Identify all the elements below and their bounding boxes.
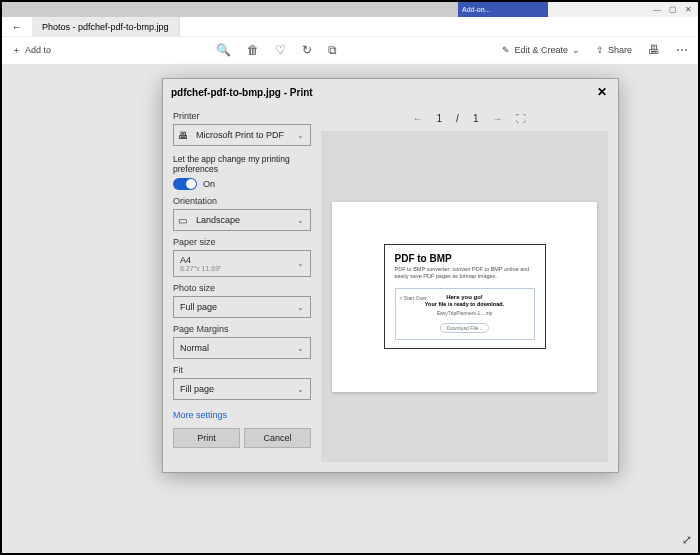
paper-size-value: A4 bbox=[180, 255, 191, 265]
favorite-icon[interactable]: ♡ bbox=[275, 43, 286, 57]
fit-value: Fill page bbox=[180, 384, 214, 394]
share-label: Share bbox=[608, 45, 632, 55]
document-content: PDF to BMP PDF to BMP converter: convert… bbox=[384, 244, 546, 349]
orientation-select[interactable]: ▭ Landscape ⌄ bbox=[173, 209, 311, 231]
os-titlebar: Add-on... — ▢ ✕ bbox=[2, 2, 698, 17]
fit-select[interactable]: Fill page ⌄ bbox=[173, 378, 311, 400]
paper-size-label: Paper size bbox=[173, 237, 311, 247]
preview-pagination: ← 1 / 1 → ⛶ bbox=[321, 105, 618, 131]
margins-value: Normal bbox=[180, 343, 209, 353]
paper-size-dimensions: 8.27"x 11.69" bbox=[180, 265, 222, 272]
edit-create-label: Edit & Create bbox=[514, 45, 568, 55]
chevron-down-icon: ⌄ bbox=[297, 344, 304, 353]
toggle-label: On bbox=[203, 179, 215, 189]
printer-value: Microsoft Print to PDF bbox=[196, 130, 284, 140]
titlebar-bg bbox=[2, 2, 458, 17]
chevron-down-icon: ⌄ bbox=[297, 259, 304, 268]
download-card: < Start Over Here you go! Your file is r… bbox=[395, 288, 535, 340]
wand-icon: ✎ bbox=[502, 45, 510, 55]
minimize-icon[interactable]: — bbox=[653, 5, 661, 14]
photo-size-select[interactable]: Full page ⌄ bbox=[173, 296, 311, 318]
margins-label: Page Margins bbox=[173, 324, 311, 334]
maximize-icon[interactable]: ▢ bbox=[669, 5, 677, 14]
more-icon[interactable]: ⋯ bbox=[676, 43, 688, 57]
preview-page: PDF to BMP PDF to BMP converter: convert… bbox=[332, 202, 597, 392]
chevron-down-icon: ⌄ bbox=[572, 45, 580, 55]
share-button[interactable]: ⇪ Share bbox=[596, 45, 632, 55]
start-over-link: < Start Over bbox=[400, 295, 427, 301]
page-sep: / bbox=[456, 113, 459, 124]
tab-bar: ← Photos - pdfchef-pdf-to-bmp.jpg bbox=[2, 17, 698, 37]
next-page-icon[interactable]: → bbox=[492, 113, 502, 124]
close-window-icon[interactable]: ✕ bbox=[685, 5, 692, 14]
preview-area: PDF to BMP PDF to BMP converter: convert… bbox=[321, 131, 608, 462]
download-pill: Download File ↓ bbox=[440, 323, 490, 333]
app-toolbar: ＋ Add to 🔍 🗑 ♡ ↻ ⧉ ✎ Edit & Create ⌄ ⇪ S… bbox=[2, 37, 698, 63]
tab-title: Photos - pdfchef-pdf-to-bmp.jpg bbox=[42, 22, 169, 32]
background-window-edge: Add-on... bbox=[458, 2, 548, 17]
window-title-tab[interactable]: Photos - pdfchef-pdf-to-bmp.jpg bbox=[32, 17, 180, 37]
print-options-panel: Printer 🖶 Microsoft Print to PDF ⌄ Let t… bbox=[163, 105, 321, 472]
current-page: 1 bbox=[437, 113, 443, 124]
card-filename: EasyTripPlanners-1....zip bbox=[401, 310, 529, 316]
print-button[interactable]: Print bbox=[173, 428, 240, 448]
printer-select[interactable]: 🖶 Microsoft Print to PDF ⌄ bbox=[173, 124, 311, 146]
add-to-label: Add to bbox=[25, 45, 51, 55]
print-preview-panel: ← 1 / 1 → ⛶ PDF to BMP PDF to BMP conver… bbox=[321, 105, 618, 472]
doc-subtitle: PDF to BMP converter: convert PDF to BMP… bbox=[395, 266, 535, 280]
resize-handle-icon[interactable]: ⤡ bbox=[680, 535, 694, 545]
landscape-icon: ▭ bbox=[178, 215, 187, 226]
addon-label: Add-on... bbox=[462, 6, 490, 13]
share-icon: ⇪ bbox=[596, 45, 604, 55]
printer-label: Printer bbox=[173, 111, 311, 121]
delete-icon[interactable]: 🗑 bbox=[247, 43, 259, 57]
print-icon[interactable]: 🖶 bbox=[648, 43, 660, 57]
total-pages: 1 bbox=[473, 113, 479, 124]
printing-preferences-text: Let the app change my printing preferenc… bbox=[173, 154, 311, 174]
more-settings-link[interactable]: More settings bbox=[173, 410, 311, 420]
card-ready-text: Your file is ready to download. bbox=[401, 301, 529, 307]
chevron-down-icon: ⌄ bbox=[297, 303, 304, 312]
photo-size-value: Full page bbox=[180, 302, 217, 312]
dialog-title: pdfchef-pdf-to-bmp.jpg - Print bbox=[171, 87, 313, 98]
prev-page-icon[interactable]: ← bbox=[413, 113, 423, 124]
orientation-value: Landscape bbox=[196, 215, 240, 225]
cancel-button[interactable]: Cancel bbox=[244, 428, 311, 448]
photo-size-label: Photo size bbox=[173, 283, 311, 293]
fit-label: Fit bbox=[173, 365, 311, 375]
chevron-down-icon: ⌄ bbox=[297, 216, 304, 225]
printer-pdf-icon: 🖶 bbox=[178, 130, 188, 141]
back-button[interactable]: ← bbox=[2, 17, 32, 37]
orientation-label: Orientation bbox=[173, 196, 311, 206]
rotate-icon[interactable]: ↻ bbox=[302, 43, 312, 57]
add-to-button[interactable]: ＋ Add to bbox=[12, 44, 51, 57]
print-dialog: pdfchef-pdf-to-bmp.jpg - Print ✕ Printer… bbox=[162, 78, 619, 473]
chevron-down-icon: ⌄ bbox=[297, 385, 304, 394]
plus-icon: ＋ bbox=[12, 44, 21, 57]
crop-icon[interactable]: ⧉ bbox=[328, 43, 337, 57]
fit-page-icon[interactable]: ⛶ bbox=[516, 113, 526, 124]
chevron-down-icon: ⌄ bbox=[297, 131, 304, 140]
edit-create-button[interactable]: ✎ Edit & Create ⌄ bbox=[502, 45, 580, 55]
close-icon[interactable]: ✕ bbox=[594, 84, 610, 100]
preferences-toggle[interactable] bbox=[173, 178, 197, 190]
paper-size-select[interactable]: A4 8.27"x 11.69" ⌄ bbox=[173, 250, 311, 277]
margins-select[interactable]: Normal ⌄ bbox=[173, 337, 311, 359]
dialog-header: pdfchef-pdf-to-bmp.jpg - Print ✕ bbox=[163, 79, 618, 105]
window-controls-cluster: — ▢ ✕ bbox=[548, 2, 698, 17]
doc-title: PDF to BMP bbox=[395, 253, 535, 264]
zoom-icon[interactable]: 🔍 bbox=[216, 43, 231, 57]
